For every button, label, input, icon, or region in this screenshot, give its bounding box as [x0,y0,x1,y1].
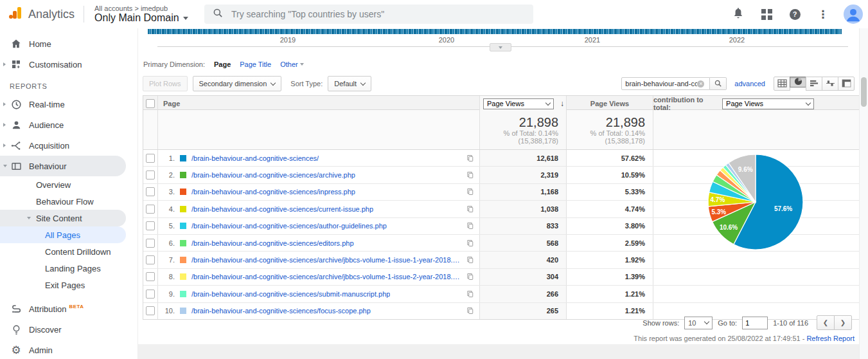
open-page-icon[interactable] [466,307,474,315]
dimension-other-tab[interactable]: Other [280,60,304,68]
global-search-input[interactable] [230,8,515,20]
refresh-report-link[interactable]: Refresh Report [806,335,855,342]
open-page-icon[interactable] [466,188,474,196]
open-page-icon[interactable] [466,222,474,230]
page-link[interactable]: /brain-behaviour-and-cognitive-sciences/… [191,222,387,230]
row-checkbox[interactable] [146,187,155,196]
apps-button[interactable] [759,6,774,22]
pageviews-column-header[interactable]: Page Views [590,100,629,107]
show-rows-select[interactable]: 10 [684,317,713,329]
row-checkbox[interactable] [146,221,155,230]
chevron-right-icon[interactable] [3,102,6,106]
sidebar-item-admin[interactable]: ⚙Admin [0,340,137,359]
sidebar-item-overview[interactable]: Overview [0,176,137,193]
open-page-icon[interactable] [466,171,474,179]
chevron-right-icon[interactable] [3,62,6,66]
scrollbar-thumb[interactable] [861,77,867,107]
chevron-down-icon [704,319,709,324]
page-link[interactable]: /brain-behaviour-and-cognitive-sciences/… [191,273,461,281]
pageviews-percent: 10.59% [566,167,653,183]
analytics-logo[interactable]: Analytics [8,5,75,23]
previous-page-button[interactable]: ❮ [817,315,835,330]
row-checkbox[interactable] [146,272,155,281]
sidebar-item-home[interactable]: Home [0,33,137,54]
sidebar-item-exit-pages[interactable]: Exit Pages [0,277,137,293]
contribution-metric-select[interactable]: Page Views [722,98,814,109]
chevron-right-icon[interactable] [3,143,6,147]
sort-descending-icon[interactable]: ↓ [560,99,564,108]
dimension-page-title-tab[interactable]: Page Title [240,60,271,68]
chevron-down-icon[interactable] [27,217,31,219]
page-link[interactable]: /brain-behaviour-and-cognitive-sciences/… [191,307,371,315]
row-checkbox[interactable] [146,306,155,315]
chevron-down-icon[interactable] [3,165,7,167]
page-link[interactable]: /brain-behaviour-and-cognitive-sciences/ [191,154,319,162]
view-button-pie-chart[interactable] [790,77,806,87]
dimension-page-tab[interactable]: Page [214,60,231,68]
page-link[interactable]: /brain-behaviour-and-cognitive-sciences/… [191,171,355,179]
pageviews-value: 1,168 [479,184,566,200]
sidebar-item-content-drilldown[interactable]: Content Drilldown [0,243,137,260]
next-page-button[interactable]: ❯ [834,315,852,330]
open-page-icon[interactable] [466,154,474,162]
open-page-icon[interactable] [466,239,474,247]
global-search[interactable] [204,5,533,24]
open-page-icon[interactable] [466,205,474,213]
page-link[interactable]: /brain-behaviour-and-cognitive-sciences/… [191,239,354,247]
page-link[interactable]: /brain-behaviour-and-cognitive-sciences/… [191,188,355,196]
chevron-down-icon [545,100,551,105]
sidebar-item-real-time[interactable]: Real-time [0,94,137,115]
sort-type-button[interactable]: Default [328,76,371,91]
collapse-graph-button[interactable] [490,43,511,51]
row-checkbox[interactable] [146,205,155,214]
header-divider [84,6,84,23]
sidebar-item-attribution[interactable]: AttributionBETA [0,299,137,319]
row-checkbox[interactable] [146,170,155,180]
sidebar-item-landing-pages[interactable]: Landing Pages [0,260,137,277]
metric-select[interactable]: Page Views [483,98,554,109]
chevron-right-icon[interactable] [3,123,6,127]
contribution-pie-chart: 57.6%10.6%5.3%4.7%9.6% [653,147,859,311]
page-column-header[interactable]: Page [163,100,180,107]
row-checkbox[interactable] [146,239,155,248]
user-avatar[interactable] [844,5,863,24]
help-button[interactable]: ? [787,6,802,22]
page-link[interactable]: /brain-behaviour-and-cognitive-sciences/… [191,290,390,298]
goto-page-input[interactable] [742,317,768,329]
view-button-data-table[interactable] [774,77,790,91]
table-search-input[interactable] [625,80,697,87]
row-checkbox[interactable] [146,255,155,264]
row-checkbox[interactable] [146,154,155,163]
advanced-link[interactable]: advanced [734,80,765,87]
select-all-checkbox[interactable] [146,99,155,108]
more-options-button[interactable]: ⋮ [815,6,831,22]
page-link[interactable]: /brain-behaviour-and-cognitive-sciences/… [191,256,461,264]
sidebar-item-acquisition[interactable]: Acquisition [0,135,137,156]
open-page-icon[interactable] [466,290,474,298]
view-button-comparison[interactable] [822,77,838,91]
sidebar-item-behaviour-flow[interactable]: Behaviour Flow [0,193,137,210]
page-link[interactable]: /brain-behaviour-and-cognitive-sciences/… [191,205,373,213]
secondary-dimension-button[interactable]: Secondary dimension [193,76,282,91]
sidebar-item-label: Site Content [36,214,82,223]
row-checkbox[interactable] [146,290,155,299]
sidebar-item-audience[interactable]: Audience [0,115,137,135]
sidebar-item-behaviour[interactable]: Behaviour [0,156,126,176]
view-button-performance-bars[interactable] [806,77,822,91]
notifications-button[interactable] [731,6,746,22]
open-page-icon[interactable] [466,273,474,281]
sidebar-item-label: Overview [36,180,71,190]
table-search-button[interactable] [710,77,727,90]
sidebar-item-customisation[interactable]: Customisation [0,54,137,75]
sidebar-item-site-content[interactable]: Site Content [0,210,126,226]
view-button-pivot-table[interactable] [838,77,855,91]
row-number: 5. [163,222,175,230]
open-page-icon[interactable] [466,256,474,264]
report-generated-line: This report was generated on 25/08/2022 … [633,335,855,342]
sidebar-item-all-pages[interactable]: All Pages [0,226,126,243]
plot-rows-button[interactable]: Plot Rows [143,76,188,91]
clear-search-icon[interactable]: × [697,80,704,87]
account-property-selector[interactable]: All accounts > imedpub Only Main Domain [94,5,188,24]
sidebar-item-discover[interactable]: Discover [0,319,137,340]
search-icon [212,7,224,21]
